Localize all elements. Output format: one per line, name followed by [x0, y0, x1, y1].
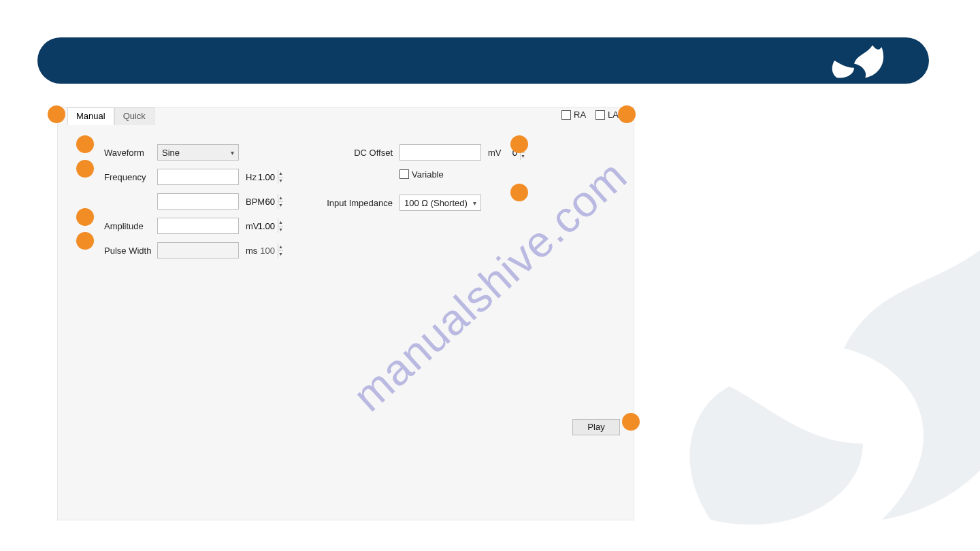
page-header	[37, 37, 929, 84]
impedance-label: Input Impedance	[325, 198, 399, 208]
checkbox-ra-label: RA	[574, 110, 586, 120]
spinner-icon[interactable]: ▲▼	[278, 194, 283, 209]
dcoffset-unit: mV	[481, 148, 502, 158]
variable-label: Variable	[412, 169, 444, 180]
spinner-icon: ▲▼	[278, 243, 283, 258]
spinner-icon[interactable]: ▲▼	[278, 169, 283, 184]
waveform-select[interactable]: Sine ▾	[157, 144, 239, 161]
impedance-value: 100 Ω (Shorted)	[404, 198, 468, 208]
checkbox-variable[interactable]: Variable	[399, 169, 444, 180]
checkbox-box-icon	[595, 110, 605, 120]
dcoffset-label: DC Offset	[325, 148, 399, 158]
waveform-value: Sine	[162, 148, 180, 158]
lead-checkboxes: RA LA	[561, 110, 619, 120]
play-button[interactable]: Play	[572, 419, 620, 435]
frequency-field[interactable]: ▲▼	[157, 169, 239, 185]
checkbox-ra[interactable]: RA	[561, 110, 586, 120]
spinner-icon[interactable]: ▲▼	[520, 145, 525, 160]
frequency-unit: Hz	[239, 172, 257, 182]
tab-manual[interactable]: Manual	[67, 107, 114, 125]
spinner-icon[interactable]: ▲▼	[278, 218, 283, 233]
bpm-unit: BPM	[239, 197, 265, 207]
checkbox-la[interactable]: LA	[595, 110, 619, 120]
checkbox-box-icon	[561, 110, 571, 120]
pulsewidth-input	[158, 243, 278, 258]
waveform-label: Waveform	[104, 148, 157, 158]
form-right-column: DC Offset ▲▼ mV Variable Input Impedance…	[325, 140, 502, 215]
settings-panel: Manual Quick RA LA Waveform Sine ▾ Frequ…	[57, 107, 634, 520]
amplitude-field[interactable]: ▲▼	[157, 218, 239, 234]
chevron-down-icon: ▾	[473, 199, 476, 207]
chevron-down-icon: ▾	[231, 149, 234, 156]
pulsewidth-unit: ms	[239, 246, 257, 256]
bpm-field[interactable]: ▲▼	[157, 193, 239, 210]
background-whale-watermark	[653, 177, 980, 551]
pulsewidth-label: Pulse Width	[104, 246, 157, 256]
dcoffset-input[interactable]	[400, 145, 520, 160]
amplitude-unit: mV	[239, 221, 259, 231]
whale-tail-logo-icon	[830, 41, 891, 80]
pulsewidth-field: ▲▼	[157, 242, 239, 258]
checkbox-la-label: LA	[608, 110, 619, 120]
checkbox-box-icon	[399, 169, 409, 179]
frequency-input[interactable]	[158, 169, 278, 184]
amplitude-label: Amplitude	[104, 221, 157, 231]
frequency-label: Frequency	[104, 172, 157, 182]
tab-bar: Manual Quick	[67, 107, 154, 125]
amplitude-input[interactable]	[158, 218, 278, 233]
impedance-select[interactable]: 100 Ω (Shorted) ▾	[399, 195, 481, 211]
tab-quick[interactable]: Quick	[114, 107, 154, 125]
dcoffset-field[interactable]: ▲▼	[399, 144, 481, 161]
